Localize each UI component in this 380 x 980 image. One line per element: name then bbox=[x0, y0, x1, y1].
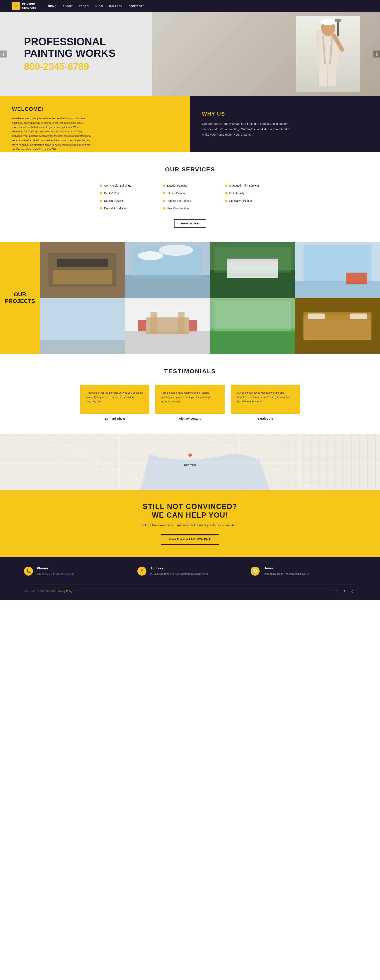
phone-icon: 📞 bbox=[24, 566, 33, 576]
facebook-icon[interactable]: f bbox=[333, 589, 339, 594]
service-bullet bbox=[163, 192, 165, 194]
svg-rect-14 bbox=[57, 259, 108, 267]
why-us-body: Our company proudly serves its clients a… bbox=[202, 121, 292, 137]
project-thumb-1[interactable] bbox=[40, 242, 125, 298]
svg-rect-9 bbox=[328, 62, 336, 86]
hero-image bbox=[296, 16, 360, 92]
svg-rect-7 bbox=[335, 19, 340, 22]
svg-rect-17 bbox=[125, 275, 210, 298]
logo-icon: 🎨 bbox=[12, 2, 20, 10]
services-section: OUR SERVICES Commercial Buildings Exteri… bbox=[0, 152, 380, 242]
hero-next-arrow[interactable]: ❯ bbox=[373, 51, 380, 57]
list-item: Exterior Painting bbox=[163, 183, 217, 188]
footer-phones-title: Phones bbox=[37, 566, 74, 570]
logo[interactable]: 🎨 PAINTING SERVICES bbox=[12, 2, 36, 10]
testimonial-card-1: Thanks a lot for the painting service yo… bbox=[80, 385, 150, 420]
list-item: New Construction bbox=[163, 205, 217, 211]
testimonial-name-1: Bernard Show bbox=[80, 417, 150, 420]
hours-icon: 🕐 bbox=[250, 566, 260, 576]
svg-rect-40 bbox=[189, 320, 197, 331]
map-pin: 📍 bbox=[186, 453, 194, 460]
service-bullet bbox=[100, 185, 102, 186]
svg-rect-37 bbox=[150, 312, 157, 334]
svg-rect-38 bbox=[178, 312, 185, 334]
list-item: Specialty Finishes bbox=[225, 198, 280, 204]
testimonial-text-2: I am so glad I have finally found a reli… bbox=[162, 391, 218, 404]
read-more-button[interactable]: READ MORE bbox=[174, 219, 206, 228]
project-thumb-8[interactable] bbox=[295, 298, 380, 354]
svg-rect-6 bbox=[337, 20, 339, 36]
svg-point-19 bbox=[138, 251, 163, 260]
testimonials-grid: Thanks a lot for the painting service yo… bbox=[80, 385, 300, 420]
nav-about[interactable]: ABOUT bbox=[63, 5, 73, 8]
why-us-right: WHY US Our company proudly serves its cl… bbox=[190, 96, 380, 152]
projects-label: OUR PROJECTS bbox=[0, 242, 40, 354]
nav-home[interactable]: HOME bbox=[48, 5, 57, 8]
list-item: Drywall Installation bbox=[100, 205, 155, 211]
list-item: Managed Paint Services bbox=[225, 183, 280, 188]
testimonial-text-1: Thanks a lot for the painting service yo… bbox=[86, 391, 144, 404]
testimonial-card-inner-3: Our office has never looked so bright an… bbox=[231, 385, 300, 414]
svg-point-20 bbox=[159, 245, 193, 256]
projects-grid bbox=[40, 242, 380, 354]
svg-rect-33 bbox=[40, 340, 125, 354]
project-thumb-6[interactable] bbox=[125, 298, 210, 354]
nav-gallery[interactable]: GALLERY bbox=[109, 5, 123, 8]
nav-contacts[interactable]: CONTACTS bbox=[129, 5, 144, 8]
list-item: Deck & Patio bbox=[100, 190, 155, 196]
testimonials-title: TESTIMONIALS bbox=[24, 368, 356, 375]
nav-blog[interactable]: BLOG bbox=[95, 5, 103, 8]
list-item: Commercial Buildings bbox=[100, 183, 155, 188]
svg-rect-15 bbox=[53, 270, 112, 284]
project-thumb-2[interactable] bbox=[125, 242, 210, 298]
list-item: Multi-Family bbox=[225, 190, 280, 196]
welcome-title: WELCOME! bbox=[12, 106, 178, 112]
hero-phone: 800-2345-6789 bbox=[24, 61, 116, 72]
testimonial-card-2: I am so glad I have finally found a reli… bbox=[155, 385, 225, 420]
list-item: Design Services bbox=[100, 198, 155, 204]
footer-hours: 🕐 Hours: 6am-4pm PST M-Th; 8am-3pm PST F… bbox=[250, 566, 356, 576]
privacy-link[interactable]: Privacy Policy bbox=[57, 590, 73, 593]
twitter-icon[interactable]: t bbox=[342, 589, 347, 594]
service-bullet bbox=[163, 207, 165, 209]
service-bullet bbox=[225, 185, 227, 186]
logo-text: PAINTING SERVICES bbox=[22, 3, 36, 10]
map-city-label: New York bbox=[184, 463, 196, 466]
hero-section: ❮ PROFESSIONAL PAINTING WORKS 800-2345-6… bbox=[0, 12, 380, 96]
why-us-title: WHY US bbox=[202, 111, 368, 117]
service-bullet bbox=[225, 200, 227, 202]
project-thumb-4[interactable] bbox=[295, 242, 380, 298]
footer-address-content: Address 28 Jackson Blvd Ste 1020 Chicago… bbox=[150, 566, 208, 576]
navbar: 🎨 PAINTING SERVICES HOME ABOUT PAGES BLO… bbox=[0, 0, 380, 12]
testimonial-name-2: Michael Ventura bbox=[155, 417, 225, 420]
footer-hours-title: Hours: bbox=[264, 566, 309, 570]
nav-pages[interactable]: PAGES bbox=[79, 5, 89, 8]
cta-title: STILL NOT CONVINCED? WE CAN HELP YOU! bbox=[24, 502, 356, 519]
welcome-section: WELCOME! A well-executed paint job can b… bbox=[0, 96, 380, 152]
footer-address: 📍 Address 28 Jackson Blvd Ste 1020 Chica… bbox=[138, 566, 243, 576]
svg-rect-50 bbox=[350, 313, 367, 319]
project-thumb-7[interactable] bbox=[210, 298, 295, 354]
footer-copyright: PAINTING SERVICES © 2016. Privacy Policy bbox=[24, 590, 73, 593]
service-bullet bbox=[100, 192, 102, 194]
footer-hours-body: 6am-4pm PST M-Th; 8am-3pm PST Fri bbox=[264, 572, 309, 576]
svg-rect-8 bbox=[319, 62, 327, 86]
list-item: Parking Lot Striping bbox=[163, 198, 217, 204]
svg-rect-49 bbox=[308, 313, 325, 319]
projects-title: OUR PROJECTS bbox=[5, 291, 35, 304]
map-background bbox=[0, 434, 380, 490]
projects-section: OUR PROJECTS bbox=[0, 242, 380, 354]
make-appointment-button[interactable]: MAKE AN APPOINTMENT bbox=[161, 534, 219, 545]
cta-subtitle: Fill out the form and our specialist wil… bbox=[24, 523, 356, 527]
project-thumb-3[interactable] bbox=[210, 242, 295, 298]
project-thumb-5[interactable] bbox=[40, 298, 125, 354]
service-bullet bbox=[225, 192, 227, 194]
hero-prev-arrow[interactable]: ❮ bbox=[0, 51, 7, 57]
service-bullet bbox=[100, 207, 102, 209]
svg-rect-29 bbox=[346, 273, 367, 284]
service-bullet bbox=[163, 185, 165, 186]
footer: 📞 Phones 800-2345-6789; 800-2345-6790 📍 … bbox=[0, 557, 380, 600]
svg-rect-43 bbox=[210, 329, 295, 354]
testimonials-section: TESTIMONIALS Thanks a lot for the painti… bbox=[0, 354, 380, 434]
google-plus-icon[interactable]: g+ bbox=[350, 589, 356, 594]
